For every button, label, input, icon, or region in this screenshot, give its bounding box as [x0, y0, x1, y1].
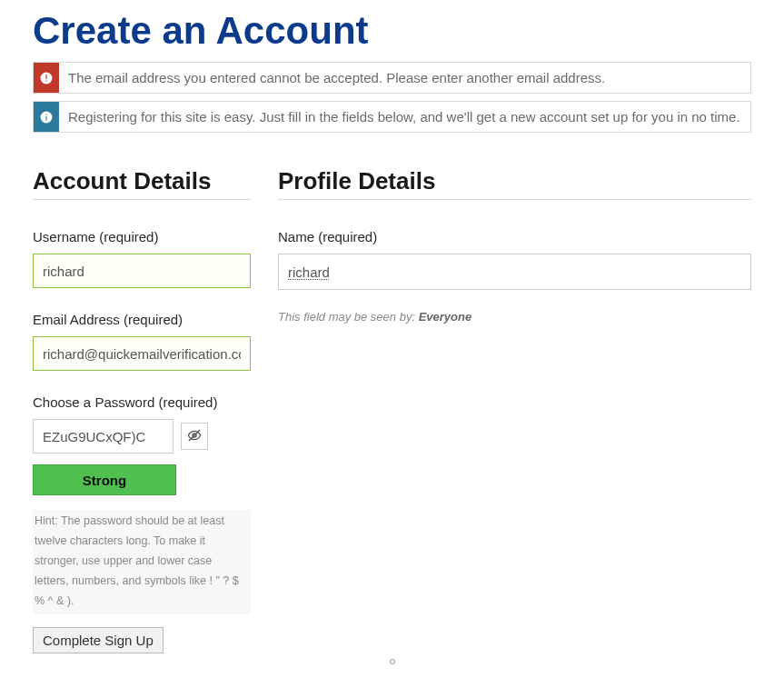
username-field: Username (required)	[33, 229, 251, 288]
alert-info: Registering for this site is easy. Just …	[33, 101, 751, 133]
email-field: Email Address (required)	[33, 312, 251, 371]
complete-sign-up-button[interactable]: Complete Sign Up	[33, 627, 164, 653]
page-title: Create an Account	[33, 9, 751, 53]
name-label: Name (required)	[278, 229, 751, 244]
svg-rect-4	[45, 115, 46, 120]
password-strength-badge: Strong	[33, 464, 176, 495]
svg-rect-5	[45, 114, 46, 115]
field-visibility-note: This field may be seen by: Everyone	[278, 310, 751, 324]
name-field: Name (required)	[278, 229, 751, 290]
loading-indicator-icon	[390, 659, 395, 664]
name-input[interactable]	[278, 254, 751, 290]
password-input[interactable]	[33, 419, 174, 454]
email-label: Email Address (required)	[33, 312, 251, 327]
privacy-prefix: This field may be seen by:	[278, 310, 419, 324]
password-field: Choose a Password (required) Stron	[33, 394, 251, 614]
password-hint: Hint: The password should be at least tw…	[33, 510, 251, 614]
email-input[interactable]	[33, 336, 251, 371]
privacy-value: Everyone	[419, 310, 472, 324]
svg-rect-1	[45, 74, 46, 78]
info-icon	[34, 102, 59, 132]
password-label: Choose a Password (required)	[33, 394, 251, 410]
alert-error-text: The email address you entered cannot be …	[59, 63, 750, 93]
alert-info-text: Registering for this site is easy. Just …	[59, 102, 750, 132]
svg-rect-2	[45, 80, 46, 81]
account-details-heading: Account Details	[33, 167, 251, 200]
error-icon	[34, 63, 59, 93]
eye-slash-icon	[187, 428, 202, 445]
username-input[interactable]	[33, 254, 251, 288]
alert-error: The email address you entered cannot be …	[33, 62, 751, 94]
toggle-password-visibility-button[interactable]	[181, 423, 208, 450]
username-label: Username (required)	[33, 229, 251, 244]
profile-details-heading: Profile Details	[278, 167, 751, 200]
